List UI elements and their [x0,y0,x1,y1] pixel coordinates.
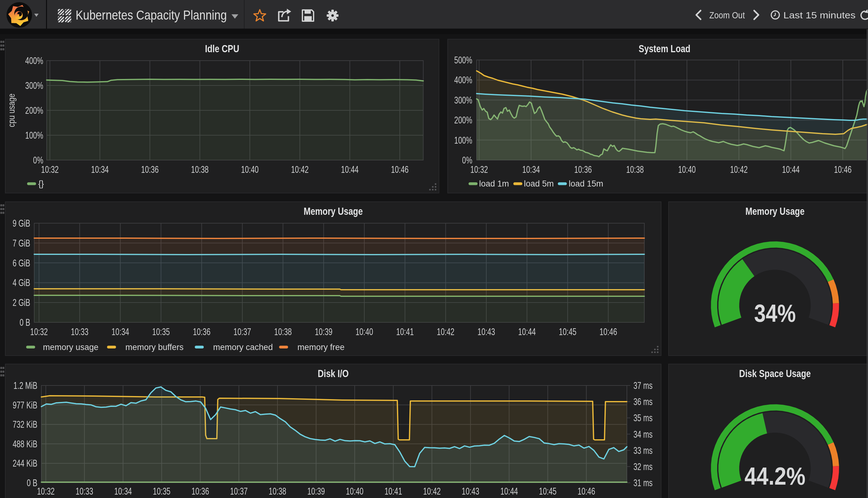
svg-text:10:32: 10:32 [30,326,48,337]
svg-text:10:41: 10:41 [396,326,414,337]
svg-text:10:36: 10:36 [141,164,159,175]
svg-text:10:38: 10:38 [626,164,644,175]
svg-text:10:38: 10:38 [269,486,286,497]
svg-text:10:46: 10:46 [834,164,852,175]
svg-text:Idle CPU: Idle CPU [205,43,239,54]
svg-text:32 ms: 32 ms [634,461,653,472]
svg-text:System Load: System Load [639,43,690,54]
svg-text:10:34: 10:34 [522,164,540,175]
svg-text:2 GiB: 2 GiB [12,297,30,308]
svg-text:500%: 500% [454,55,472,66]
svg-text:244 KiB: 244 KiB [13,458,37,469]
svg-text:34%: 34% [754,299,796,327]
svg-text:10:46: 10:46 [577,486,595,497]
svg-text:10:41: 10:41 [384,486,402,497]
svg-text:33 ms: 33 ms [634,445,653,456]
svg-text:10:38: 10:38 [274,326,292,337]
svg-text:44.2%: 44.2% [744,462,805,490]
svg-text:100%: 100% [454,135,472,146]
svg-text:memory usage: memory usage [43,343,99,352]
svg-text:6 GiB: 6 GiB [12,258,30,268]
svg-text:10:37: 10:37 [234,326,251,337]
svg-text:10:45: 10:45 [559,326,576,337]
svg-text:4 GiB: 4 GiB [12,277,30,288]
svg-text:10:44: 10:44 [518,326,536,337]
svg-text:load 1m: load 1m [479,179,509,188]
svg-text:7 GiB: 7 GiB [12,238,30,249]
svg-text:10:44: 10:44 [782,164,800,175]
svg-text:10:44: 10:44 [500,486,518,497]
svg-text:10:42: 10:42 [437,326,455,337]
svg-text:10:36: 10:36 [574,164,592,175]
svg-text:Memory Usage: Memory Usage [304,206,363,217]
svg-text:Last 15 minutes: Last 15 minutes [783,10,856,20]
svg-text:10:32: 10:32 [41,164,59,175]
svg-text:10:44: 10:44 [341,164,359,175]
svg-text:10:46: 10:46 [600,326,617,337]
svg-text:10:33: 10:33 [76,486,93,497]
svg-text:{}: {} [38,179,44,188]
svg-text:Disk I/O: Disk I/O [318,368,349,379]
svg-text:load 5m: load 5m [524,179,554,188]
svg-text:10:40: 10:40 [346,486,364,497]
svg-text:36 ms: 36 ms [634,396,653,407]
svg-text:200%: 200% [25,105,43,116]
svg-text:memory buffers: memory buffers [125,343,183,352]
svg-text:10:40: 10:40 [356,326,373,337]
svg-text:10:39: 10:39 [315,326,333,337]
svg-text:Zoom Out: Zoom Out [709,10,745,20]
svg-text:memory free: memory free [297,343,345,352]
svg-text:10:32: 10:32 [37,486,55,497]
svg-text:0 B: 0 B [27,477,37,488]
svg-text:100%: 100% [25,130,43,141]
svg-text:31 ms: 31 ms [634,477,653,488]
svg-text:10:42: 10:42 [730,164,748,175]
svg-text:37 ms: 37 ms [634,380,653,391]
svg-text:10:34: 10:34 [112,326,129,337]
svg-text:10:45: 10:45 [539,486,557,497]
svg-text:10:38: 10:38 [191,164,209,175]
svg-text:10:39: 10:39 [307,486,325,497]
svg-text:10:40: 10:40 [241,164,259,175]
svg-text:488 KiB: 488 KiB [13,438,37,449]
svg-text:cpu usage: cpu usage [6,94,16,127]
svg-text:732 KiB: 732 KiB [13,419,37,430]
svg-text:10:46: 10:46 [391,164,409,175]
svg-text:1.2 MiB: 1.2 MiB [13,380,37,391]
svg-text:10:36: 10:36 [191,486,209,497]
svg-text:10:35: 10:35 [153,486,170,497]
svg-text:35 ms: 35 ms [634,412,653,423]
svg-text:Kubernetes Capacity Planning: Kubernetes Capacity Planning [76,8,227,22]
svg-text:10:42: 10:42 [423,486,441,497]
svg-text:10:34: 10:34 [91,164,109,175]
svg-text:10:37: 10:37 [230,486,248,497]
svg-text:10:43: 10:43 [462,486,480,497]
svg-text:10:36: 10:36 [193,326,210,337]
svg-text:300%: 300% [454,95,472,106]
svg-text:Memory Usage: Memory Usage [745,206,805,217]
svg-text:200%: 200% [454,115,472,126]
svg-text:10:32: 10:32 [470,164,488,175]
svg-text:9 GiB: 9 GiB [12,218,30,229]
svg-text:300%: 300% [25,80,43,91]
svg-text:34 ms: 34 ms [634,429,653,440]
svg-text:10:43: 10:43 [477,326,495,337]
svg-text:10:33: 10:33 [71,326,89,337]
svg-text:load 15m: load 15m [569,179,603,188]
svg-text:400%: 400% [25,55,43,66]
svg-text:memory cached: memory cached [213,343,273,352]
svg-text:Disk Space Usage: Disk Space Usage [739,368,811,379]
svg-text:10:40: 10:40 [678,164,696,175]
svg-text:977 KiB: 977 KiB [13,400,37,411]
svg-text:400%: 400% [454,75,472,86]
svg-text:10:34: 10:34 [114,486,132,497]
svg-text:10:35: 10:35 [152,326,170,337]
svg-text:10:42: 10:42 [291,164,309,175]
svg-text:0 B: 0 B [20,317,30,328]
